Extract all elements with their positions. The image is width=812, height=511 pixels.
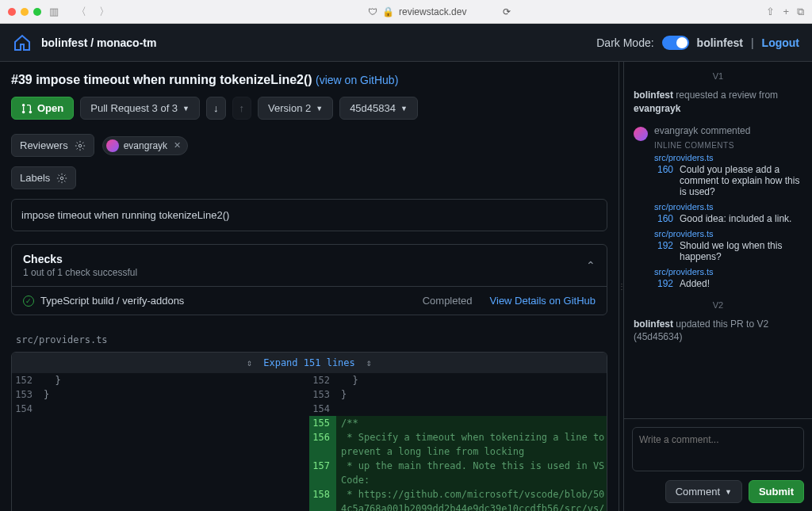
labels-button[interactable]: Labels — [11, 166, 76, 189]
tabs-icon[interactable]: ⧉ — [797, 6, 804, 18]
inline-comment-file[interactable]: src/providers.ts — [654, 229, 802, 238]
svg-point-0 — [22, 103, 25, 106]
expand-lines-bar[interactable]: ⇕ Expand 151 lines ⇕ — [12, 353, 607, 373]
checks-title: Checks — [23, 253, 137, 265]
reviewer-pill[interactable]: evangrayk ✕ — [102, 136, 188, 155]
file-path: src/providers.ts — [11, 325, 607, 352]
diff-line[interactable]: 153} — [309, 387, 607, 402]
dark-mode-toggle[interactable] — [662, 36, 689, 50]
pull-request-icon — [21, 103, 33, 114]
window-close-icon[interactable] — [8, 8, 16, 16]
lock-icon: 🔒 — [382, 6, 394, 17]
check-success-icon: ✓ — [23, 296, 34, 307]
svg-point-4 — [61, 177, 64, 180]
inline-comment-row[interactable]: 160Could you please add a comment to exp… — [654, 164, 802, 197]
version-selector[interactable]: Version 2 ▼ — [258, 97, 333, 120]
share-icon[interactable]: ⇧ — [766, 6, 775, 18]
svg-point-3 — [79, 144, 82, 147]
chevron-up-icon[interactable]: ⌃ — [586, 259, 596, 272]
pr-description: impose timeout when running tokenizeLine… — [11, 199, 607, 231]
version-marker-v1: V1 — [634, 71, 802, 81]
inline-comment-row[interactable]: 192Should we log when this happens? — [654, 240, 802, 262]
diff-line[interactable]: 153} — [12, 387, 309, 402]
comment-textarea[interactable] — [632, 427, 804, 471]
diff-line[interactable]: 152 } — [309, 373, 607, 387]
inline-comments-label: INLINE COMMENTS — [654, 141, 802, 150]
expand-down-icon[interactable]: ⇕ — [366, 357, 372, 368]
dark-mode-label: Dark Mode: — [596, 36, 653, 49]
chevron-down-icon: ▼ — [400, 105, 408, 112]
svg-point-2 — [29, 110, 33, 113]
version-marker-v2: V2 — [634, 300, 802, 310]
browser-chrome: ▥ 〈 〉 🛡 🔒 reviewstack.dev ⟳ ⇧ + ⧉ — [0, 0, 812, 24]
pr-pager-button[interactable]: Pull Request 3 of 3 ▼ — [80, 97, 200, 120]
checks-section: Checks 1 out of 1 check successful ⌃ ✓ T… — [11, 244, 607, 315]
inline-comment-file[interactable]: src/providers.ts — [654, 267, 802, 276]
refresh-icon[interactable]: ⟳ — [503, 6, 511, 17]
check-name: TypeScript build / verify-addons — [40, 295, 184, 307]
checks-header[interactable]: Checks 1 out of 1 check successful ⌃ — [12, 245, 607, 286]
gear-icon — [56, 173, 67, 184]
comment-type-button[interactable]: Comment ▼ — [665, 480, 742, 503]
check-details-link[interactable]: View Details on GitHub — [490, 295, 596, 307]
address-bar[interactable]: 🛡 🔒 reviewstack.dev ⟳ — [117, 6, 761, 17]
pr-prev-button[interactable]: ↑ — [232, 97, 252, 120]
nav-back-icon[interactable]: 〈 — [73, 5, 90, 19]
nav-forward-icon[interactable]: 〉 — [96, 5, 113, 19]
inline-comment-row[interactable]: 160Good idea: included a link. — [654, 213, 802, 224]
checks-subtitle: 1 out of 1 check successful — [23, 267, 137, 278]
diff-line[interactable]: 157 * up the main thread. Note this is u… — [309, 459, 607, 487]
diff-line[interactable]: 155/** — [309, 416, 607, 430]
pr-status-button[interactable]: Open — [11, 97, 74, 120]
window-minimize-icon[interactable] — [21, 8, 29, 16]
pr-next-button[interactable]: ↓ — [206, 97, 226, 120]
avatar — [634, 127, 648, 141]
diff-line[interactable]: 152 } — [12, 373, 309, 387]
diff-right-side: 152 }153}154155/**156 * Specify a timeou… — [309, 373, 607, 511]
logout-link[interactable]: Logout — [762, 36, 799, 49]
timeline-pane: V1 bolinfest requested a review from eva… — [623, 62, 812, 511]
main-pane: #39 impose timeout when running tokenize… — [0, 62, 619, 511]
topbar: bolinfest / monaco-tm Dark Mode: bolinfe… — [0, 24, 812, 62]
repo-title[interactable]: bolinfest / monaco-tm — [41, 36, 156, 49]
review-request-event: bolinfest requested a review from evangr… — [634, 89, 802, 116]
gear-icon — [75, 140, 86, 151]
svg-point-1 — [22, 110, 25, 113]
diff-line[interactable]: 154 — [12, 402, 309, 416]
current-user[interactable]: bolinfest — [697, 36, 743, 49]
diff-viewer: ⇕ Expand 151 lines ⇕ 152 }153}154 152 }1… — [11, 352, 607, 511]
expand-up-icon[interactable]: ⇕ — [247, 357, 252, 368]
avatar — [106, 139, 119, 152]
diff-line[interactable]: 156 * Specify a timeout when tokenizing … — [309, 430, 607, 459]
new-tab-icon[interactable]: + — [783, 6, 789, 18]
inline-comment-row[interactable]: 192Added! — [654, 278, 802, 289]
update-event: bolinfest updated this PR to V2 (45d4563… — [634, 318, 802, 345]
diff-line[interactable]: 154 — [309, 402, 607, 416]
view-on-github-link[interactable]: (view on GitHub) — [316, 74, 398, 86]
remove-reviewer-icon[interactable]: ✕ — [174, 140, 181, 151]
inline-comment-file[interactable]: src/providers.ts — [654, 202, 802, 212]
comment-block: evangrayk commented INLINE COMMENTS src/… — [634, 125, 802, 294]
home-icon[interactable] — [13, 33, 32, 52]
check-row: ✓ TypeScript build / verify-addons Compl… — [12, 286, 607, 315]
pr-title: #39 impose timeout when running tokenize… — [11, 73, 312, 86]
reviewers-button[interactable]: Reviewers — [11, 134, 94, 157]
url-text: reviewstack.dev — [399, 6, 466, 17]
inline-comment-file[interactable]: src/providers.ts — [654, 153, 802, 162]
diff-left-side: 152 }153}154 — [12, 373, 309, 511]
comment-composer: Comment ▼ Submit — [624, 418, 812, 511]
chevron-down-icon: ▼ — [725, 488, 732, 496]
chevron-down-icon: ▼ — [182, 105, 190, 112]
check-status: Completed — [423, 295, 473, 307]
window-zoom-icon[interactable] — [33, 8, 41, 16]
sidebar-icon[interactable]: ▥ — [46, 6, 62, 17]
diff-line[interactable]: 158 * https://github.com/microsoft/vscod… — [309, 487, 607, 511]
commit-selector[interactable]: 45d45834 ▼ — [339, 97, 418, 120]
chevron-down-icon: ▼ — [316, 105, 323, 112]
shield-icon: 🛡 — [368, 6, 377, 17]
submit-button[interactable]: Submit — [749, 480, 804, 503]
